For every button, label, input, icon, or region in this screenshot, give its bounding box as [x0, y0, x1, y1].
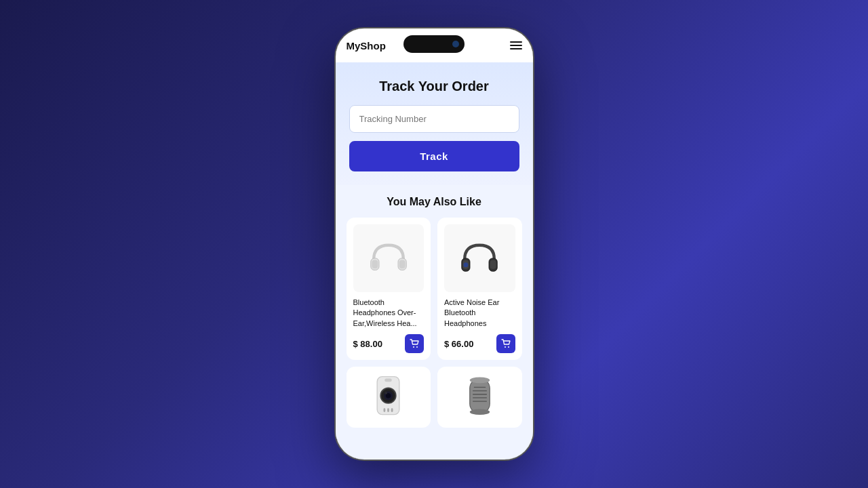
notch — [403, 35, 465, 53]
svg-rect-3 — [399, 260, 406, 268]
add-to-cart-button-1[interactable] — [405, 334, 424, 353]
product-name-2: Active Noise Ear Bluetooth Headphones — [444, 298, 515, 329]
svg-point-10 — [464, 262, 469, 267]
svg-point-5 — [416, 346, 418, 348]
product-card-4 — [437, 367, 522, 428]
product-price-1: $ 88.00 — [353, 339, 382, 349]
product-name-1: Bluetooth Headphones Over-Ear,Wireless H… — [353, 298, 425, 329]
svg-point-4 — [413, 346, 414, 348]
product-price-2: $ 66.00 — [444, 339, 473, 349]
svg-rect-18 — [385, 379, 392, 382]
partial-products-row — [336, 360, 533, 439]
svg-rect-1 — [372, 260, 378, 268]
white-headphone-icon — [365, 235, 412, 282]
menu-line-2 — [510, 45, 522, 46]
add-to-cart-button-2[interactable] — [496, 334, 515, 353]
menu-line-3 — [510, 48, 522, 49]
product-card-2: Active Noise Ear Bluetooth Headphones $ … — [437, 218, 522, 360]
track-order-title: Track Your Order — [349, 79, 519, 94]
product-image-2 — [444, 224, 515, 292]
svg-point-11 — [505, 346, 506, 348]
tracking-number-input[interactable] — [349, 105, 519, 133]
speaker-icon — [465, 375, 495, 420]
phone-frame: MyShop Track Your Order Track You May Al… — [334, 27, 534, 461]
page-content: Track Your Order Track You May Also Like — [336, 62, 533, 460]
product-card-3 — [347, 367, 431, 428]
recommendations-section: You May Also Like — [336, 185, 533, 360]
products-grid: Bluetooth Headphones Over-Ear,Wireless H… — [347, 218, 522, 360]
cart-icon-1 — [410, 339, 419, 348]
svg-point-28 — [470, 377, 490, 383]
track-order-section: Track Your Order Track — [336, 62, 533, 185]
notch-camera — [452, 41, 459, 47]
svg-rect-20 — [387, 409, 389, 413]
menu-line-1 — [510, 41, 522, 43]
svg-point-17 — [385, 392, 388, 394]
product-footer-2: $ 66.00 — [444, 334, 515, 353]
svg-point-12 — [508, 346, 509, 348]
cart-icon-2 — [501, 339, 511, 348]
black-headphone-icon — [456, 235, 503, 282]
svg-rect-19 — [384, 409, 386, 413]
product-footer-1: $ 88.00 — [353, 334, 425, 353]
app-title: MyShop — [347, 40, 386, 52]
menu-icon[interactable] — [510, 41, 522, 49]
svg-point-29 — [470, 409, 490, 415]
svg-rect-22 — [470, 378, 490, 413]
product-card-1: Bluetooth Headphones Over-Ear,Wireless H… — [347, 218, 431, 360]
product-image-1 — [353, 224, 425, 292]
track-button[interactable]: Track — [349, 141, 519, 171]
svg-rect-9 — [490, 260, 496, 269]
recommendations-title: You May Also Like — [347, 196, 522, 208]
svg-rect-21 — [391, 409, 393, 413]
camera-icon — [370, 373, 407, 421]
status-bar: MyShop — [336, 28, 533, 62]
